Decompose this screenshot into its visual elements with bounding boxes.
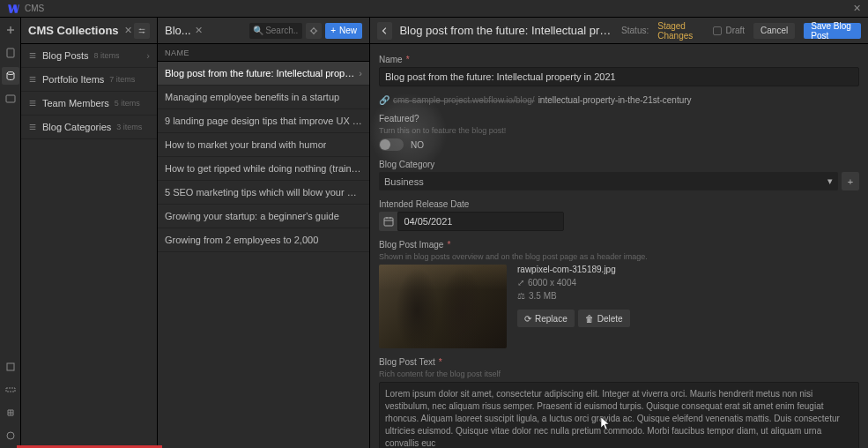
list-icon — [28, 75, 37, 84]
text-hint: Rich content for the blog post itself — [379, 370, 859, 378]
rich-text-editor[interactable]: Lorem ipsum dolor sit amet, consectetur … — [379, 382, 859, 448]
collection-count: 8 items — [94, 51, 120, 60]
webflow-logo-icon — [7, 3, 19, 15]
svg-point-8 — [312, 28, 316, 33]
svg-rect-2 — [6, 95, 15, 102]
list-item-label: 5 SEO marketing tips which will blow you… — [165, 187, 362, 198]
new-label: New — [339, 26, 357, 35]
rail-bottom-1-icon[interactable] — [2, 358, 19, 376]
editor-panel: Blog post from the future: Intellectual … — [370, 18, 868, 448]
collections-panel: CMS Collections ✕ Blog Posts 8 items › P… — [21, 18, 158, 448]
svg-rect-9 — [384, 218, 393, 226]
replace-label: Replace — [535, 314, 568, 324]
collections-settings-icon[interactable] — [134, 23, 150, 39]
items-tab-close-icon[interactable]: ✕ — [195, 25, 203, 36]
date-input[interactable] — [397, 212, 564, 231]
featured-label: Featured? — [379, 114, 419, 123]
category-add-button[interactable]: + — [842, 172, 859, 190]
back-button[interactable] — [377, 22, 392, 40]
list-item[interactable]: 9 landing page design tips that improve … — [158, 109, 369, 133]
field-category: Blog Category Business ▾ + — [379, 160, 859, 190]
collection-count: 3 items — [116, 123, 142, 131]
cancel-button[interactable]: Cancel — [753, 23, 795, 39]
rail-pages-icon[interactable] — [2, 44, 19, 62]
field-featured: Featured? Turn this on to feature the bl… — [379, 114, 859, 151]
category-select[interactable]: Business ▾ — [379, 172, 838, 190]
list-item-label: Growing your startup: a beginner's guide — [165, 211, 339, 221]
rail-bottom-4-icon[interactable] — [2, 427, 19, 444]
collection-item-portfolio[interactable]: Portfolio Items 7 items — [21, 68, 157, 92]
text-label: Blog Post Text — [379, 357, 435, 367]
featured-hint: Turn this on to feature the blog post! — [379, 126, 859, 135]
list-item-label: How to market your brand with humor — [165, 139, 326, 150]
collection-name: Portfolio Items — [42, 74, 104, 85]
list-item[interactable]: Blog post from the future: Intellectual … — [158, 62, 369, 86]
name-label: Name — [379, 55, 403, 64]
editor-header: Blog post from the future: Intellectual … — [370, 18, 868, 44]
list-icon — [28, 51, 37, 60]
image-label: Blog Post Image — [379, 240, 443, 250]
svg-point-5 — [7, 432, 14, 439]
collections-header: CMS Collections ✕ — [21, 18, 157, 44]
field-slug: 🔗 cms-sample-project.webflow.io/blog/int… — [379, 95, 859, 105]
collection-item-categories[interactable]: Blog Categories 3 items — [21, 116, 157, 139]
checkbox-icon — [713, 26, 722, 35]
save-button[interactable]: Save Blog Post — [804, 23, 861, 39]
collection-name: Blog Posts — [42, 50, 89, 61]
rail-add-icon[interactable] — [2, 21, 19, 39]
list-icon — [28, 99, 37, 108]
status-label: Status: — [621, 26, 649, 35]
required-mark: * — [439, 357, 442, 367]
delete-label: Delete — [597, 314, 623, 324]
category-label: Blog Category — [379, 160, 434, 169]
rail-assets-icon[interactable] — [2, 90, 19, 108]
items-settings-button[interactable] — [306, 23, 322, 39]
new-item-button[interactable]: +New — [325, 23, 362, 39]
rail-cms-icon[interactable] — [2, 67, 19, 85]
date-label: Intended Release Date — [379, 199, 469, 209]
field-name: Name* — [379, 55, 859, 86]
list-item[interactable]: How to market your brand with humor — [158, 133, 369, 157]
items-panel: Blo... ✕ 🔍 +New NAME Blog post from the … — [158, 18, 370, 448]
field-date: Intended Release Date — [379, 199, 859, 231]
search-icon: 🔍 — [253, 26, 263, 35]
trash-icon: 🗑 — [585, 314, 594, 324]
rail-bottom-2-icon[interactable] — [2, 381, 19, 399]
titlebar: CMS ✕ — [0, 0, 868, 18]
list-item[interactable]: Growing from 2 employees to 2,000 — [158, 228, 369, 252]
image-preview[interactable] — [379, 265, 507, 348]
collection-item-blog-posts[interactable]: Blog Posts 8 items › — [21, 44, 157, 68]
editor-title: Blog post from the future: Intellectual … — [399, 24, 614, 37]
list-item[interactable]: How to get ripped while doing nothing (t… — [158, 157, 369, 181]
calendar-icon[interactable] — [379, 212, 397, 231]
collection-count: 7 items — [109, 75, 135, 84]
svg-rect-4 — [6, 388, 15, 392]
chevron-right-icon: › — [359, 68, 362, 78]
close-window-icon[interactable]: ✕ — [853, 3, 861, 14]
chevron-right-icon: › — [146, 50, 150, 61]
delete-button[interactable]: 🗑Delete — [578, 310, 630, 327]
collection-item-team[interactable]: Team Members 5 items — [21, 92, 157, 116]
list-item[interactable]: Managing employee benefits in a startup — [158, 86, 369, 109]
collection-count: 5 items — [115, 99, 140, 108]
slug-value[interactable]: intellectual-property-in-the-21st-centur… — [538, 95, 692, 105]
name-input[interactable] — [379, 67, 859, 86]
collections-close-icon[interactable]: ✕ — [124, 25, 132, 36]
slug-prefix: cms-sample-project.webflow.io/blog/ — [393, 95, 535, 105]
list-item-label: Managing employee benefits in a startup — [165, 92, 339, 102]
list-item-label: Growing from 2 employees to 2,000 — [165, 235, 318, 245]
replace-button[interactable]: ⟳Replace — [517, 310, 575, 327]
list-item-label: Blog post from the future: Intellectual … — [165, 68, 359, 78]
list-item[interactable]: 5 SEO marketing tips which will blow you… — [158, 181, 369, 205]
refresh-icon: ⟳ — [524, 314, 531, 324]
chevron-down-icon: ▾ — [827, 175, 833, 187]
list-icon — [28, 123, 37, 131]
svg-point-6 — [140, 28, 142, 30]
list-item[interactable]: Growing your startup: a beginner's guide — [158, 205, 369, 228]
items-tab-name: Blo... — [165, 24, 191, 37]
rail-bottom-3-icon[interactable] — [2, 404, 19, 422]
featured-toggle[interactable] — [379, 138, 404, 151]
app-name: CMS — [25, 4, 44, 13]
items-subheader: NAME — [158, 44, 369, 62]
draft-toggle[interactable]: Draft — [713, 26, 745, 35]
